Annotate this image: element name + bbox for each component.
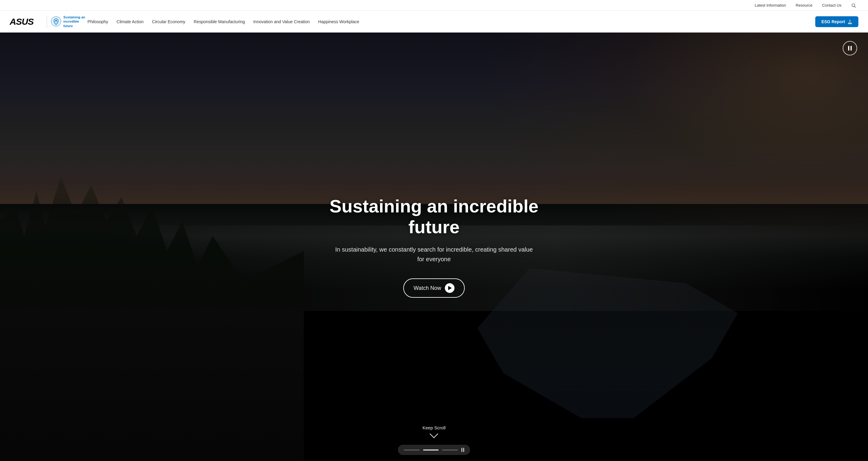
nav-happiness-workplace[interactable]: Happiness Workplace: [318, 19, 359, 24]
resource-link[interactable]: Resource: [796, 3, 812, 7]
main-nav: ASUS Sustaining an incredible future Phi…: [0, 11, 868, 33]
nav-innovation-value[interactable]: Innovation and Value Creation: [253, 19, 310, 24]
hero-subtitle: In sustainability, we constantly search …: [332, 245, 536, 264]
top-bar: Latest Information Resource Contact Us: [0, 0, 868, 11]
svg-point-3: [56, 20, 57, 21]
download-icon: [847, 19, 852, 24]
sustaining-badge: Sustaining an incredible future: [51, 15, 87, 28]
keep-scroll-indicator: Keep Scroll: [423, 425, 446, 437]
chevron-down-icon: [430, 430, 438, 438]
video-pause-button[interactable]: [843, 41, 857, 56]
nav-divider: [47, 16, 47, 28]
nav-circular-economy[interactable]: Circular Economy: [152, 19, 185, 24]
nav-climate-action[interactable]: Climate Action: [117, 19, 144, 24]
progress-pause-bar-right: [463, 448, 464, 452]
watch-now-button[interactable]: Watch Now: [403, 278, 464, 298]
search-icon: [851, 3, 856, 8]
search-button[interactable]: [851, 3, 856, 8]
sustaining-icon: [51, 16, 61, 27]
pause-bar-left: [848, 46, 849, 51]
play-circle-icon: [445, 283, 455, 293]
hero-title: Sustaining an incredible future: [304, 196, 564, 238]
nav-philosophy[interactable]: Philosophy: [87, 19, 108, 24]
play-triangle-icon: [448, 286, 452, 290]
progress-segment-2: [423, 450, 439, 451]
latest-info-link[interactable]: Latest Information: [755, 3, 786, 7]
pause-bar-right: [850, 46, 852, 51]
asus-logo-link[interactable]: ASUS: [10, 17, 33, 26]
progress-segment-3: [442, 450, 458, 451]
hero-section: Sustaining an incredible future In susta…: [0, 33, 868, 461]
nav-links: Philosophy Climate Action Circular Econo…: [87, 19, 815, 24]
svg-line-1: [855, 6, 856, 7]
video-progress-bar: [398, 445, 470, 455]
sustaining-text: Sustaining an incredible future: [63, 15, 87, 28]
nav-responsible-manufacturing[interactable]: Responsible Manufacturing: [194, 19, 245, 24]
video-progress-pause[interactable]: [461, 448, 464, 452]
esg-report-button[interactable]: ESG Report: [815, 16, 858, 27]
contact-us-link[interactable]: Contact Us: [822, 3, 841, 7]
asus-logo: ASUS: [10, 17, 33, 26]
hero-content: Sustaining an incredible future In susta…: [299, 196, 569, 298]
progress-pause-bar-left: [461, 448, 462, 452]
progress-segment-1: [404, 450, 420, 451]
